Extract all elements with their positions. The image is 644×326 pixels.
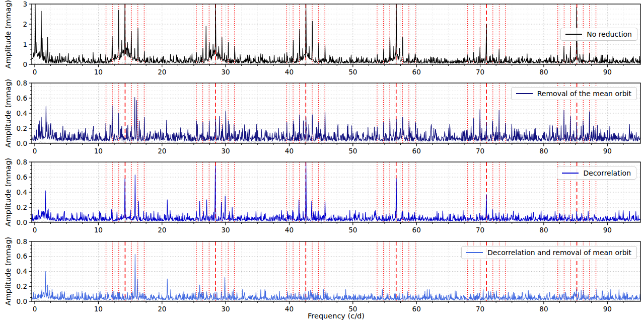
grid	[32, 162, 640, 222]
x-tick-label: 70	[476, 226, 484, 234]
x-tick-label: 40	[285, 226, 294, 234]
x-tick-label: 70	[476, 68, 484, 76]
y-tick-label: 3	[23, 0, 27, 8]
x-tick-label: 0	[33, 68, 37, 76]
panel-0: 01020304050607080900123	[23, 0, 640, 76]
legend-label-no-reduction: No reduction	[587, 30, 632, 38]
x-tick-label: 40	[285, 68, 294, 76]
legend-line-decorrelation-and-mean-orbit	[466, 252, 483, 253]
legend-label-mean-orbit-removal: Removal of the mean orbit	[537, 90, 631, 98]
spectrum-trace-2	[32, 163, 640, 221]
y-axis-label-panel-1: Amplitude (mmag)	[4, 0, 12, 68]
x-tick-label: 50	[348, 68, 357, 76]
y-tick-label: 0.4	[17, 188, 27, 196]
x-tick-label: 60	[412, 147, 421, 155]
y-axis-label-panel-3: Amplitude (mmag)	[4, 158, 12, 227]
x-tick-label: 40	[285, 147, 294, 155]
legend-decorrelation-and-mean-orbit: Decorrelation and removal of mean orbit	[461, 246, 637, 259]
y-tick-label: 0.4	[17, 267, 27, 275]
x-tick-label: 0	[33, 147, 37, 155]
x-tick-label: 50	[348, 226, 357, 234]
x-tick-label: 30	[222, 68, 230, 76]
panel-2: 01020304050607080900.00.20.40.60.8	[17, 158, 640, 234]
legend-line-no-reduction	[565, 34, 582, 35]
x-tick-label: 80	[539, 147, 548, 155]
legend-mean-orbit-removal: Removal of the mean orbit	[511, 87, 637, 100]
x-tick-label: 20	[158, 226, 166, 234]
x-tick-label: 90	[603, 68, 612, 76]
x-tick-label: 50	[348, 147, 357, 155]
y-tick-label: 0.0	[17, 139, 27, 147]
x-tick-label: 90	[603, 226, 612, 234]
x-tick-label: 10	[94, 147, 103, 155]
y-tick-label: 1	[23, 40, 27, 48]
spectrum-trace-3	[32, 254, 640, 300]
spectrum-trace-1	[32, 98, 640, 141]
spectra-plot-svg: 0102030405060708090012301020304050607080…	[0, 0, 644, 326]
x-tick-label: 10	[94, 68, 103, 76]
y-tick-label: 0.8	[17, 79, 27, 87]
periodogram-figure: 0102030405060708090012301020304050607080…	[0, 0, 644, 326]
legend-line-decorrelation	[562, 173, 579, 174]
x-tick-label: 30	[222, 147, 230, 155]
legend-no-reduction: No reduction	[560, 28, 637, 41]
legend-label-decorrelation: Decorrelation	[583, 169, 631, 177]
legend-label-decorrelation-and-mean-orbit: Decorrelation and removal of mean orbit	[487, 249, 631, 257]
y-tick-label: 0.0	[17, 297, 27, 305]
grid	[32, 4, 640, 64]
x-tick-label: 20	[158, 68, 166, 76]
x-tick-label: 0	[33, 226, 37, 234]
y-tick-label: 2	[23, 20, 27, 28]
legend-decorrelation: Decorrelation	[557, 167, 636, 180]
y-axis-label-panel-2: Amplitude (mmag)	[4, 79, 12, 148]
x-axis-label: Frequency (c/d)	[32, 312, 640, 320]
x-tick-label: 20	[158, 147, 166, 155]
y-tick-label: 0.0	[17, 218, 27, 226]
y-tick-label: 0.6	[17, 173, 27, 181]
y-tick-label: 0.2	[17, 124, 27, 132]
y-tick-label: 0.2	[17, 203, 27, 211]
x-tick-label: 80	[539, 68, 548, 76]
y-tick-label: 0.8	[17, 237, 27, 246]
x-tick-label: 10	[94, 226, 103, 234]
x-tick-label: 30	[222, 226, 230, 234]
x-tick-label: 90	[603, 147, 612, 155]
y-tick-label: 0.6	[17, 94, 27, 102]
y-tick-label: 0.4	[17, 109, 27, 117]
y-tick-label: 0.8	[17, 158, 27, 166]
x-tick-label: 80	[539, 226, 548, 234]
legend-line-mean-orbit-removal	[516, 93, 533, 94]
x-tick-label: 60	[412, 226, 421, 234]
y-tick-label: 0	[23, 60, 27, 68]
y-tick-label: 0.2	[17, 282, 27, 290]
x-tick-label: 60	[412, 68, 421, 76]
x-tick-label: 70	[476, 147, 484, 155]
y-tick-label: 0.6	[17, 252, 27, 260]
y-axis-label-panel-4: Amplitude (mmag)	[4, 237, 12, 306]
